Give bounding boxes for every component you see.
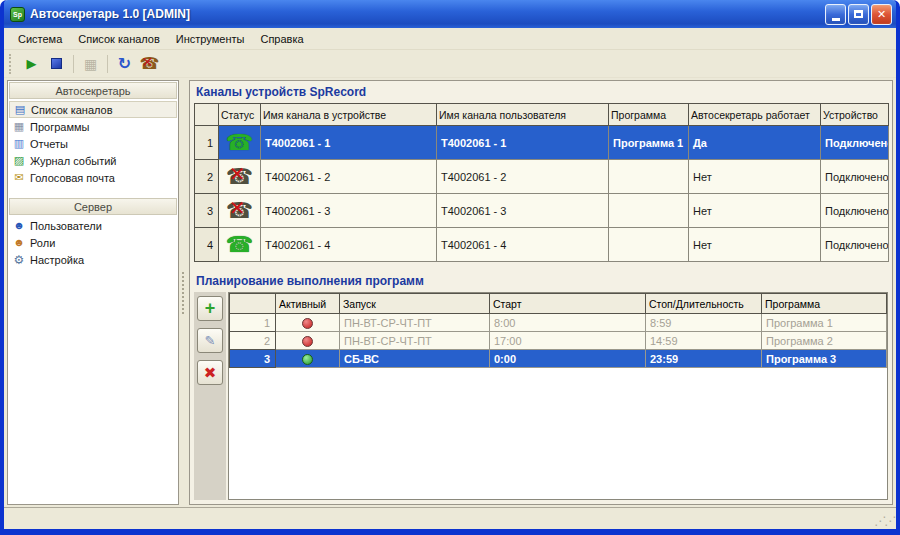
schedule-panel-title: Планирование выполнения программ xyxy=(194,274,888,292)
save-icon: ▦ xyxy=(84,56,97,72)
device-status: Подключено xyxy=(821,194,889,228)
close-icon: ✕ xyxy=(877,8,886,21)
schedule-header-row: Активный Запуск Старт Стоп/Длительность … xyxy=(230,294,887,314)
sidebar-item-label: Пользователи xyxy=(30,220,102,232)
toolbar-grip[interactable] xyxy=(9,54,14,74)
edit-icon: ✎ xyxy=(205,333,216,348)
splitter-handle-icon xyxy=(182,272,186,314)
phone-connected-icon: ☎ xyxy=(226,132,253,154)
phone-disconnected-icon: ☎ xyxy=(226,166,253,188)
sidebar-item-reports[interactable]: Отчеты xyxy=(9,135,177,152)
menu-help[interactable]: Справка xyxy=(252,30,311,48)
roles-icon xyxy=(12,237,26,248)
refresh-button[interactable]: ↻ xyxy=(113,53,136,75)
sidebar-group-server: Сервер xyxy=(9,198,177,215)
device-channel-name: Т4002061 - 3 xyxy=(261,194,437,228)
title-bar[interactable]: Sp Автосекретарь 1.0 [ADMIN] ✕ xyxy=(4,0,896,28)
resize-grip-icon[interactable]: ⋰⋰ xyxy=(874,515,894,527)
column-header-device-channel-name: Имя канала в устройстве xyxy=(261,104,437,126)
column-header-program: Программа xyxy=(762,294,887,314)
sidebar-item-event-log[interactable]: Журнал событий xyxy=(9,152,177,169)
programs-icon xyxy=(12,121,26,132)
schedule-row[interactable]: 2 ПН-ВТ-СР-ЧТ-ПТ 17:00 14:59 Программа 2 xyxy=(230,332,887,350)
column-header-active: Активный xyxy=(276,294,340,314)
column-header-status: Статус xyxy=(219,104,261,126)
channel-list-icon xyxy=(13,104,27,115)
schedule-row[interactable]: 3 СБ-ВС 0:00 23:59 Программа 3 xyxy=(230,350,887,368)
column-header-stop-duration: Стоп/Длительность xyxy=(646,294,762,314)
close-button[interactable]: ✕ xyxy=(871,4,892,25)
sidebar-item-users[interactable]: Пользователи xyxy=(9,217,177,234)
main-panel: Каналы устройств SpRecord Статус Имя кан… xyxy=(189,80,893,505)
content-area: Автосекретарь Список каналов Программы О… xyxy=(4,78,896,507)
app-icon: Sp xyxy=(10,7,25,22)
device-status: Подключено xyxy=(821,228,889,262)
disconnect-button[interactable]: ☎ xyxy=(138,53,161,75)
menu-system[interactable]: Система xyxy=(10,30,70,48)
column-header-user-channel-name: Имя канала пользователя xyxy=(437,104,609,126)
channels-header-row: Статус Имя канала в устройстве Имя канал… xyxy=(195,104,889,126)
menu-bar: Система Список каналов Инструменты Справ… xyxy=(4,28,896,50)
attendant-running: Нет xyxy=(689,228,821,262)
channel-row[interactable]: 3 ☎ Т4002061 - 3 Т4002061 - 3 Нет Подклю… xyxy=(195,194,889,228)
delete-schedule-button[interactable]: ✖ xyxy=(197,360,223,385)
schedule-button-gutter: + ✎ ✖ xyxy=(194,292,226,500)
channel-row[interactable]: 2 ☎ Т4002061 - 2 Т4002061 - 2 Нет Подклю… xyxy=(195,160,889,194)
row-number: 1 xyxy=(230,314,276,332)
menu-channel-list[interactable]: Список каналов xyxy=(70,30,168,48)
start-time: 17:00 xyxy=(490,332,646,350)
device-channel-name: Т4002061 - 1 xyxy=(261,126,437,160)
add-schedule-button[interactable]: + xyxy=(197,296,223,321)
sidebar-item-label: Список каналов xyxy=(31,104,113,116)
maximize-button[interactable] xyxy=(848,4,869,25)
menu-tools[interactable]: Инструменты xyxy=(168,30,253,48)
channels-table: Статус Имя канала в устройстве Имя канал… xyxy=(194,103,889,262)
schedule-program: Программа 1 xyxy=(762,314,887,332)
channel-row[interactable]: 1 ☎ Т4002061 - 1 Т4002061 - 1 Программа … xyxy=(195,126,889,160)
sidebar-item-roles[interactable]: Роли xyxy=(9,234,177,251)
sidebar-item-label: Настройка xyxy=(30,254,84,266)
schedule-row[interactable]: 1 ПН-ВТ-СР-ЧТ-ПТ 8:00 8:59 Программа 1 xyxy=(230,314,887,332)
user-channel-name: Т4002061 - 1 xyxy=(437,126,609,160)
channel-row[interactable]: 4 ☎ Т4002061 - 4 Т4002061 - 4 Нет Подклю… xyxy=(195,228,889,262)
phone-connected-icon: ☎ xyxy=(226,234,253,256)
row-number: 3 xyxy=(195,194,219,228)
inactive-status-icon xyxy=(302,318,313,329)
edit-schedule-button[interactable]: ✎ xyxy=(197,328,223,353)
sidebar-item-settings[interactable]: Настройка xyxy=(9,251,177,268)
minimize-icon xyxy=(832,18,840,21)
minimize-button[interactable] xyxy=(825,4,846,25)
sidebar-item-programs[interactable]: Программы xyxy=(9,118,177,135)
phone-disconnected-icon: ☎ xyxy=(226,200,253,222)
row-number: 2 xyxy=(195,160,219,194)
launch-days: ПН-ВТ-СР-ЧТ-ПТ xyxy=(340,314,490,332)
column-header-empty xyxy=(195,104,219,126)
user-channel-name: Т4002061 - 3 xyxy=(437,194,609,228)
channel-program xyxy=(609,228,689,262)
app-window: Sp Автосекретарь 1.0 [ADMIN] ✕ Система С… xyxy=(0,0,900,535)
attendant-running: Нет xyxy=(689,160,821,194)
sidebar-item-channel-list[interactable]: Список каналов xyxy=(9,101,177,118)
start-button[interactable]: ▶ xyxy=(20,53,43,75)
launch-days: СБ-ВС xyxy=(340,350,490,368)
refresh-icon: ↻ xyxy=(118,54,131,73)
launch-days: ПН-ВТ-СР-ЧТ-ПТ xyxy=(340,332,490,350)
stop-button[interactable] xyxy=(45,53,68,75)
column-header-empty xyxy=(230,294,276,314)
attendant-running: Нет xyxy=(689,194,821,228)
phone-disconnect-icon: ☎ xyxy=(140,56,160,72)
attendant-running: Да xyxy=(689,126,821,160)
sidebar-splitter[interactable] xyxy=(179,80,189,505)
toolbar-separator xyxy=(107,55,108,73)
row-number: 2 xyxy=(230,332,276,350)
sidebar-group-autosecretary: Автосекретарь xyxy=(9,82,177,99)
device-status: Подключено xyxy=(821,160,889,194)
save-button[interactable]: ▦ xyxy=(79,53,102,75)
row-number: 3 xyxy=(230,350,276,368)
column-header-device: Устройство xyxy=(821,104,889,126)
reports-icon xyxy=(12,138,26,149)
device-channel-name: Т4002061 - 2 xyxy=(261,160,437,194)
start-time: 0:00 xyxy=(490,350,646,368)
sidebar-item-voice-mail[interactable]: Голосовая почта xyxy=(9,169,177,186)
channel-program: Программа 1 xyxy=(609,126,689,160)
